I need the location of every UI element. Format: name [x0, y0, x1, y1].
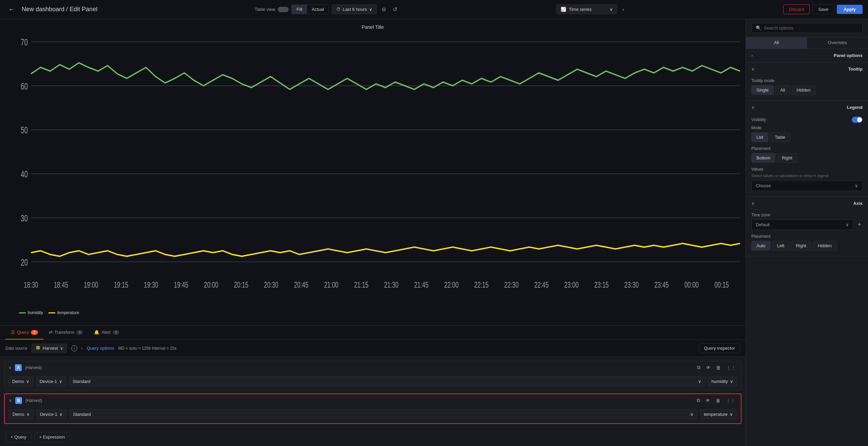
query-a-field-device[interactable]: Device-1 ∨ — [36, 376, 66, 386]
datasource-select[interactable]: 🍀 Harvest ∨ — [32, 344, 67, 353]
legend-bottom-button[interactable]: Bottom — [751, 153, 775, 163]
query-a-field-standard[interactable]: Standard ∨ — [69, 376, 705, 386]
collapse-a-button[interactable]: ∨ — [8, 365, 12, 370]
query-options-link[interactable]: Query options — [87, 346, 114, 351]
tooltip-single-button[interactable]: Single — [751, 85, 774, 95]
svg-text:18:30: 18:30 — [24, 280, 38, 289]
tooltip-all-button[interactable]: All — [775, 85, 790, 95]
tooltip-hidden-button[interactable]: Hidden — [792, 85, 816, 95]
fill-actual-toggle: Fill Actual — [291, 4, 329, 14]
panel-type-chevron: ∨ — [610, 7, 613, 12]
svg-text:40: 40 — [21, 169, 28, 179]
time-chevron-icon: ∨ — [369, 7, 372, 12]
copy-a-button[interactable]: ⧉ — [696, 364, 702, 371]
tooltip-mode-label: Tooltip mode — [751, 78, 863, 83]
timezone-add-button[interactable]: + — [856, 220, 863, 230]
legend-temperature: temperature — [49, 310, 79, 315]
section-panel-options: › Panel options — [746, 49, 868, 62]
panel-type-label: Time series — [569, 7, 592, 12]
humidity-color — [19, 312, 26, 313]
panel-type-area: 📈 Time series ∨ › — [556, 4, 626, 15]
chart-legend: humidity temperature — [5, 308, 740, 318]
right-panel-header: 🔍 — [746, 19, 868, 37]
time-picker[interactable]: ⏱ Last 6 hours ∨ — [332, 4, 377, 14]
section-legend-header[interactable]: ∨ Legend — [746, 101, 868, 114]
delete-a-button[interactable]: 🗑 — [715, 364, 722, 371]
axis-left-button[interactable]: Left — [772, 241, 790, 251]
datasource-label: Data source — [5, 346, 27, 351]
table-view-toggle[interactable]: Table view — [255, 7, 289, 12]
timezone-select[interactable]: Default ∨ — [751, 219, 853, 230]
visibility-toggle[interactable] — [852, 117, 863, 123]
axis-auto-button[interactable]: Auto — [751, 241, 771, 251]
tab-alert[interactable]: 🔔 Alert 0 — [89, 326, 125, 340]
query-a-fields: Demo ∨ Device-1 ∨ Standard ∨ humidity — [4, 374, 741, 390]
legend-placement-group: Bottom Right — [751, 153, 863, 163]
query-editor: ☰ Query 2 ⇄ Transform 0 🔔 Alert 0 Data s… — [0, 325, 746, 446]
search-input[interactable] — [764, 25, 858, 31]
tooltip-content: Tooltip mode Single All Hidden — [746, 76, 868, 100]
tab-overrides[interactable]: Overrides — [807, 37, 868, 49]
discard-button[interactable]: Discard — [783, 4, 810, 14]
info-icon[interactable]: i — [71, 345, 77, 351]
table-view-switch[interactable] — [278, 7, 289, 12]
add-query-button[interactable]: + Query — [5, 432, 32, 442]
svg-text:21:15: 21:15 — [354, 280, 368, 289]
fill-button[interactable]: Fill — [292, 5, 307, 14]
legend-humidity: humidity — [19, 310, 43, 315]
values-select[interactable]: Choose ∨ — [751, 180, 863, 191]
legend-list-button[interactable]: List — [751, 132, 768, 142]
tab-all[interactable]: All — [746, 37, 807, 49]
query-b-field-metric[interactable]: temperature ∨ — [700, 409, 737, 419]
legend-table-button[interactable]: Table — [770, 132, 790, 142]
tooltip-title: Tooltip — [848, 66, 863, 72]
panel-nav-right[interactable]: › — [620, 4, 626, 15]
search-icon: 🔍 — [756, 25, 761, 31]
query-b-field-demo[interactable]: Demo ∨ — [9, 409, 34, 419]
more-b-button[interactable]: ⋮⋮ — [725, 397, 737, 404]
save-button[interactable]: Save — [812, 4, 834, 14]
delete-b-button[interactable]: 🗑 — [714, 397, 722, 404]
search-box[interactable]: 🔍 — [751, 23, 863, 33]
query-b-actions: ⧉ 👁 🗑 ⋮⋮ — [695, 397, 737, 404]
query-inspector-button[interactable]: Query inspector — [699, 343, 740, 353]
actual-button[interactable]: Actual — [307, 5, 329, 14]
more-a-button[interactable]: ⋮⋮ — [725, 364, 737, 371]
query-b-field-device[interactable]: Device-1 ∨ — [36, 409, 66, 419]
section-panel-options-header[interactable]: › Panel options — [746, 49, 868, 62]
values-placeholder: Choose — [756, 183, 771, 188]
collapse-b-button[interactable]: ∨ — [9, 398, 12, 403]
svg-text:20:30: 20:30 — [264, 280, 278, 289]
back-button[interactable]: ← — [5, 4, 18, 15]
panel-type-selector[interactable]: 📈 Time series ∨ — [556, 4, 617, 14]
svg-text:00:15: 00:15 — [714, 280, 729, 289]
svg-text:18:45: 18:45 — [54, 280, 68, 289]
query-row-a-header: ∨ A (Harvest) ⧉ 👁 🗑 ⋮⋮ — [4, 361, 741, 374]
section-tooltip-header[interactable]: ∨ Tooltip — [746, 62, 868, 76]
axis-hidden-button[interactable]: Hidden — [813, 241, 837, 251]
add-query-bar: + Query + Expression — [0, 428, 746, 446]
svg-text:19:00: 19:00 — [84, 280, 98, 289]
apply-button[interactable]: Apply — [837, 5, 863, 14]
refresh-button[interactable]: ↺ — [391, 4, 399, 15]
query-tabs: ☰ Query 2 ⇄ Transform 0 🔔 Alert 0 — [0, 326, 746, 340]
tab-query[interactable]: ☰ Query 2 — [5, 326, 43, 340]
zoom-out-button[interactable]: ⊖ — [380, 4, 388, 15]
timezone-row: Default ∨ + — [751, 219, 863, 230]
legend-right-button[interactable]: Right — [777, 153, 797, 163]
copy-b-button[interactable]: ⧉ — [695, 397, 701, 404]
axis-right-button[interactable]: Right — [791, 241, 811, 251]
section-axis-header[interactable]: ∨ Axis — [746, 197, 868, 210]
query-b-field-standard[interactable]: Standard ∨ — [69, 409, 697, 419]
query-a-field-demo[interactable]: Demo ∨ — [8, 376, 33, 386]
query-source-b: (Harvest) — [25, 398, 42, 403]
legend-title: Legend — [847, 105, 863, 110]
svg-text:60: 60 — [21, 81, 28, 91]
tab-transform[interactable]: ⇄ Transform 0 — [43, 326, 89, 340]
toggle-b-button[interactable]: 👁 — [704, 397, 712, 404]
add-expression-button[interactable]: + Expression — [34, 432, 70, 442]
toggle-a-button[interactable]: 👁 — [705, 364, 712, 371]
left-panel: Panel Title 70 60 50 40 30 20 — [0, 19, 746, 446]
query-a-field-metric[interactable]: humidity ∨ — [708, 376, 737, 386]
query-row-b: ∨ B (Harvest) ⧉ 👁 🗑 ⋮⋮ Demo ∨ — [4, 393, 741, 424]
